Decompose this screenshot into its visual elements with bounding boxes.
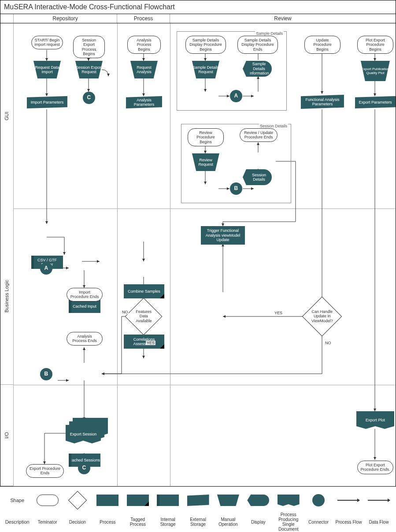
edge-no-features: NO: [121, 310, 129, 314]
ext-export-params: Export Parameters: [355, 96, 396, 108]
terminator-analysis-ends: Analysis Process Ends: [67, 332, 103, 346]
doc-stack-export-session: Export Session: [66, 418, 110, 444]
ext-analysis-params: Analysis Parameters: [126, 96, 162, 108]
legend-doc: Process Producing Single Document: [275, 512, 302, 532]
legend: Shape Description Teminator Decision Pro…: [0, 487, 396, 532]
manual-sample-request: Sample Details Request: [192, 61, 219, 78]
legend-process: Process: [94, 520, 121, 525]
terminator-review-begin: Review Procedure Begins: [188, 128, 224, 146]
tagged-combine-samples: Combine Samples: [124, 284, 164, 298]
row-io: I/O: [0, 385, 13, 486]
legend-pflow: Process Flow: [335, 520, 362, 525]
legend-display: Display: [244, 520, 272, 525]
connector-c-io: C: [78, 462, 90, 474]
terminator-sample-end: Sample Details Display Procedure Ends: [237, 36, 278, 54]
row-gui: GUI: [0, 23, 13, 208]
terminator-plot-export-begin: Plot Export Procedure Begins: [357, 36, 393, 54]
manual-review-request: Review Request: [192, 153, 219, 171]
row-logic: Business Logic: [0, 208, 13, 385]
column-headers: Repository Process Review: [0, 14, 396, 23]
connector-b-session: B: [230, 182, 242, 195]
connector-a-logic: A: [40, 262, 52, 275]
legend-dflow: Data Flow: [365, 520, 392, 525]
connector-a-sample: A: [230, 90, 242, 102]
manual-export-pub-plot: Export Publication Quality Plot: [361, 61, 390, 81]
terminator-review-end: Review / Update Procedure Ends: [240, 128, 278, 142]
chart-title: MuSERA Interactive-Mode Cross-Functional…: [0, 0, 396, 14]
legend-decision: Decision: [64, 520, 91, 525]
doc-export-plot: Export Plot: [356, 411, 394, 429]
manual-session-export-request: Session Export Request: [75, 61, 103, 78]
flowchart-canvas: START/ Begin import request Request Data…: [14, 23, 396, 486]
edge-no-handle: NO: [324, 341, 332, 345]
group-label-sample: Sample Details: [255, 31, 284, 36]
process-trigger-func: Trigger Functional Analysis viewModel Up…: [201, 226, 245, 245]
legend-manual-op: Manual Operation: [215, 517, 242, 527]
ext-func-params: Functional Analysis Parameters: [301, 95, 344, 109]
group-label-session: Session Details: [259, 124, 288, 128]
terminator-start-import: START/ Begin import request: [31, 36, 63, 49]
manual-request-data-import: Request Data Import: [33, 61, 61, 78]
legend-tagged: Tagged Process: [124, 517, 152, 527]
connector-c-top: C: [83, 92, 95, 104]
terminator-plot-export-ends: Plot Export Procedure Ends.: [357, 461, 393, 474]
legend-terminator: Teminator: [33, 520, 61, 525]
tagged-correlations: Correlations Assessment: [124, 335, 164, 349]
connector-b-logic: B: [40, 368, 52, 380]
col-process: Process: [117, 14, 170, 23]
legend-connector: Connector: [305, 520, 332, 525]
manual-request-analysis: Request Analysis: [130, 61, 158, 78]
decision-can-handle: Can Handle Update in ViewModel?: [302, 297, 342, 337]
legend-desc-label: Description: [4, 519, 31, 525]
terminator-sample-begin: Sample Details Display Procedure Begins: [185, 36, 226, 54]
legend-shape-label: Shape: [4, 498, 31, 503]
edge-yes-features: YES: [146, 341, 155, 345]
legend-ext-storage: External Storage: [184, 517, 211, 527]
terminator-update-begin: Update Procedure Begins: [304, 36, 340, 54]
row-labels: GUI Business Logic I/O: [0, 23, 14, 486]
decision-features-avail: Features Data Available: [125, 298, 163, 335]
terminator-analysis-begins: Analysis Process Begins: [127, 36, 161, 54]
terminator-session-export-begins: Session Export Process Begins: [73, 36, 105, 58]
ext-import-params: Import Parameters: [27, 96, 67, 108]
col-repository: Repository: [14, 14, 117, 23]
display-sample-info: Sample Details Information: [246, 61, 272, 77]
edge-yes-handle: YES: [274, 311, 283, 315]
int-cached-input: Cached Input: [69, 300, 100, 313]
terminator-export-ends: Export Procedure Ends: [26, 464, 64, 478]
col-review: Review: [170, 14, 396, 23]
legend-int-storage: Internal Storage: [154, 517, 181, 527]
display-session-details: Session Details: [246, 169, 272, 185]
terminator-import-ends: Import Procedure Ends: [67, 288, 103, 301]
